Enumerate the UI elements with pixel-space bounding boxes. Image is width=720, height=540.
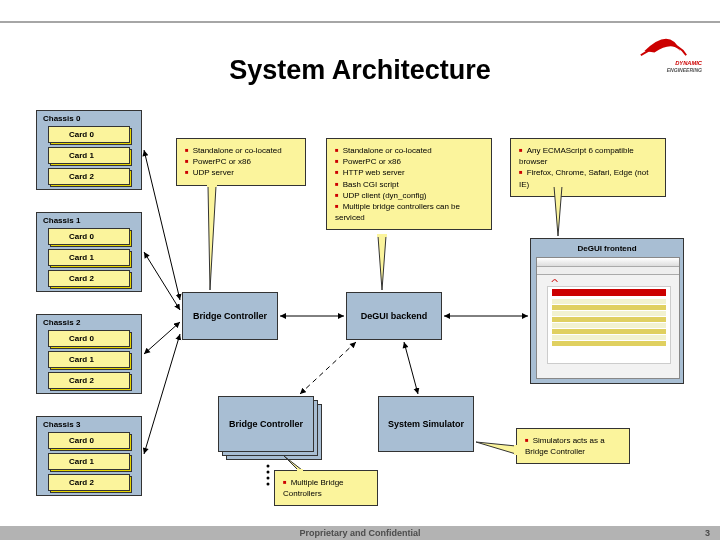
- svg-line-13: [144, 252, 180, 310]
- note-bridge: Standalone or co-locatedPowerPC or x86UD…: [176, 138, 306, 186]
- top-rule: [0, 21, 720, 23]
- frontend-label: DeGUI frontend: [536, 244, 678, 253]
- card: Card 0: [48, 228, 130, 245]
- note-backend: Standalone or co-locatedPowerPC or x86HT…: [326, 138, 492, 230]
- svg-point-23: [267, 483, 270, 486]
- chassis-title: Chassis 2: [43, 318, 135, 327]
- card: Card 1: [48, 351, 130, 368]
- chassis-title: Chassis 1: [43, 216, 135, 225]
- company-logo: DYNAMIC ENGINEERING: [630, 30, 702, 82]
- svg-marker-2: [208, 186, 216, 290]
- footer-text: Proprietary and Confidential: [0, 528, 720, 538]
- svg-marker-4: [378, 236, 386, 290]
- svg-rect-5: [377, 234, 387, 237]
- svg-line-15: [144, 334, 180, 454]
- page-number: 3: [705, 528, 710, 538]
- card: Card 0: [48, 330, 130, 347]
- note-multi-bridge: Multiple Bridge Controllers: [274, 470, 378, 506]
- card: Card 1: [48, 249, 130, 266]
- svg-marker-10: [476, 442, 516, 454]
- card: Card 2: [48, 270, 130, 287]
- card: Card 0: [48, 432, 130, 449]
- note-simulator: Simulators acts as a Bridge Controller: [516, 428, 630, 464]
- page-title: System Architecture: [0, 55, 720, 86]
- footer: Proprietary and Confidential 3: [0, 526, 720, 540]
- svg-line-12: [144, 150, 180, 300]
- card: Card 1: [48, 453, 130, 470]
- svg-line-19: [404, 342, 418, 394]
- bridge-controller-stack: Bridge Controller: [218, 396, 314, 452]
- degui-frontend-panel: DeGUI frontend: [530, 238, 684, 384]
- svg-line-14: [144, 322, 180, 354]
- system-simulator-box: System Simulator: [378, 396, 474, 452]
- chassis-title: Chassis 3: [43, 420, 135, 429]
- svg-line-18: [300, 342, 356, 394]
- chassis-2: Chassis 2 Card 0 Card 1 Card 2: [36, 314, 142, 394]
- svg-point-21: [267, 471, 270, 474]
- svg-point-22: [267, 477, 270, 480]
- card: Card 1: [48, 147, 130, 164]
- svg-point-20: [267, 465, 270, 468]
- card: Card 2: [48, 168, 130, 185]
- chassis-3: Chassis 3 Card 0 Card 1 Card 2: [36, 416, 142, 496]
- card: Card 0: [48, 126, 130, 143]
- chassis-0: Chassis 0 Card 0 Card 1 Card 2: [36, 110, 142, 190]
- card: Card 2: [48, 372, 130, 389]
- svg-text:ENGINEERING: ENGINEERING: [667, 67, 702, 73]
- bridge-controller-box: Bridge Controller: [182, 292, 278, 340]
- note-frontend: Any ECMAScript 6 compatible browserFiref…: [510, 138, 666, 197]
- svg-text:DYNAMIC: DYNAMIC: [675, 60, 702, 66]
- card: Card 2: [48, 474, 130, 491]
- chassis-1: Chassis 1 Card 0 Card 1 Card 2: [36, 212, 142, 292]
- chassis-title: Chassis 0: [43, 114, 135, 123]
- degui-backend-box: DeGUI backend: [346, 292, 442, 340]
- browser-mock: [536, 257, 680, 379]
